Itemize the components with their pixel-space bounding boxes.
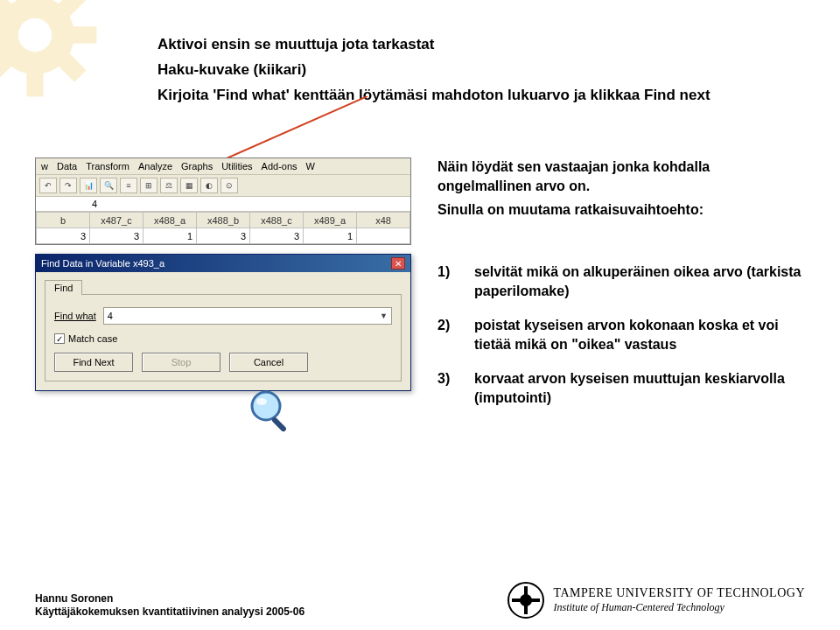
svg-point-11 (252, 392, 280, 420)
institute-name: Institute of Human-Centered Technology (554, 601, 806, 613)
find-dialog: Find Data in Variable x493_a ✕ Find Find… (35, 254, 411, 391)
explanation-para1: Näin löydät sen vastaajan jonka kohdalla… (438, 158, 805, 195)
explanation-block: Näin löydät sen vastaajan jonka kohdalla… (438, 158, 805, 225)
gear-watermark (0, 0, 105, 105)
intro-line2: Haku-kuvake (kiikari) (158, 60, 805, 80)
magnifier-icon (245, 385, 298, 441)
intro-line1: Aktivoi ensin se muuttuja jota tarkastat (158, 35, 805, 55)
author: Hannu Soronen (35, 592, 304, 606)
toolbar: ↶ ↷ 📊 🔍 ≡ ⊞ ⚖ ▦ ◐ ⊙ (36, 175, 410, 197)
close-icon[interactable]: ✕ (391, 257, 405, 270)
cell[interactable]: 3 (197, 228, 250, 244)
tab-find[interactable]: Find (45, 280, 82, 295)
find-what-label: Find what (54, 311, 96, 321)
solutions-list: 1) selvität mikä on alkuperäinen oikea a… (438, 262, 805, 424)
toolbar-button[interactable]: ⊞ (140, 178, 158, 193)
cell[interactable]: 3 (90, 228, 144, 244)
cell[interactable] (357, 228, 410, 244)
svg-rect-4 (72, 26, 97, 43)
explanation-para2: Sinulla on muutama ratkaisuvaihtoehto: (438, 200, 805, 220)
menu-item[interactable]: w (41, 161, 48, 172)
match-case-checkbox[interactable]: ✓ Match case (54, 333, 392, 344)
dialog-title: Find Data in Variable x493_a (41, 258, 164, 269)
svg-rect-13 (271, 416, 287, 432)
toolbar-button[interactable]: ⊙ (220, 178, 238, 193)
col-header[interactable]: x488_a (144, 213, 197, 228)
find-icon[interactable]: 🔍 (100, 178, 117, 193)
course: Käyttäjäkokemuksen kvantitatiivinen anal… (35, 606, 304, 620)
toolbar-button[interactable]: ↶ (39, 178, 57, 193)
menu-item[interactable]: W (306, 161, 315, 172)
col-header[interactable]: x48 (357, 213, 410, 228)
svg-point-9 (18, 18, 52, 52)
toolbar-button[interactable]: ⚖ (160, 178, 178, 193)
svg-rect-2 (26, 72, 43, 97)
svg-point-17 (520, 594, 532, 606)
menu-item[interactable]: Data (57, 161, 77, 172)
toolbar-button[interactable]: ≡ (120, 178, 137, 193)
col-header[interactable]: x489_a (304, 213, 357, 228)
list-item: 1) selvität mikä on alkuperäinen oikea a… (438, 262, 805, 300)
col-header[interactable]: x487_c (90, 213, 144, 228)
intro-block: Aktivoi ensin se muuttuja jota tarkastat… (158, 35, 805, 111)
list-item: 2) poistat kyseisen arvon kokonaan koska… (438, 316, 805, 354)
spss-window: w Data Transform Analyze Graphs Utilitie… (35, 158, 411, 245)
intro-line3: Kirjoita 'Find what' kenttään löytämäsi … (158, 86, 805, 106)
menu-item[interactable]: Analyze (138, 161, 172, 172)
list-item: 3) korvaat arvon kyseisen muuttujan kesk… (438, 369, 805, 407)
cell[interactable]: 1 (304, 228, 357, 244)
toolbar-button[interactable]: 📊 (80, 178, 97, 193)
toolbar-button[interactable]: ↷ (60, 178, 77, 193)
chevron-down-icon[interactable]: ▼ (380, 312, 388, 320)
menu-item[interactable]: Graphs (181, 161, 213, 172)
footer: Hannu Soronen Käyttäjäkokemuksen kvantit… (35, 581, 805, 620)
col-header[interactable]: x488_c (250, 213, 304, 228)
menu-item[interactable]: Utilities (221, 161, 252, 172)
col-header[interactable]: x488_b (197, 213, 250, 228)
menu-item[interactable]: Add-ons (262, 161, 298, 172)
data-grid: b x487_c x488_a x488_b x488_c x489_a x48… (36, 212, 410, 244)
menu-item[interactable]: Transform (86, 161, 130, 172)
cell[interactable]: 1 (144, 228, 197, 244)
toolbar-button[interactable]: ◐ (200, 178, 218, 193)
col-header[interactable]: b (37, 213, 90, 228)
cell-input[interactable]: 4 (36, 197, 410, 212)
dialog-titlebar[interactable]: Find Data in Variable x493_a ✕ (36, 255, 410, 272)
toolbar-button[interactable]: ▦ (180, 178, 198, 193)
university-logo-icon (507, 581, 545, 620)
menu-bar: w Data Transform Analyze Graphs Utilitie… (36, 158, 410, 175)
find-next-button[interactable]: Find Next (54, 353, 133, 372)
cell[interactable]: 3 (250, 228, 304, 244)
cell[interactable]: 3 (37, 228, 90, 244)
stop-button[interactable]: Stop (142, 353, 220, 372)
find-what-input[interactable]: 4 ▼ (103, 307, 392, 325)
university-name: TAMPERE UNIVERSITY OF TECHNOLOGY (554, 586, 806, 601)
svg-point-12 (256, 398, 267, 405)
cancel-button[interactable]: Cancel (229, 353, 308, 372)
